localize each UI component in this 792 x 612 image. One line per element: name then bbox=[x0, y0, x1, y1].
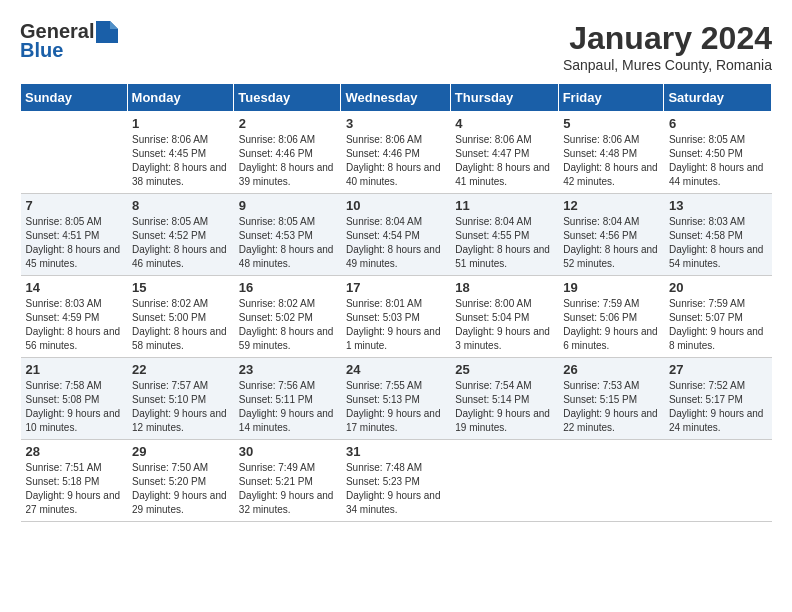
day-detail: Sunrise: 8:01 AMSunset: 5:03 PMDaylight:… bbox=[346, 298, 441, 351]
day-number: 15 bbox=[132, 280, 229, 295]
day-number: 22 bbox=[132, 362, 229, 377]
day-detail: Sunrise: 7:57 AMSunset: 5:10 PMDaylight:… bbox=[132, 380, 227, 433]
calendar-cell: 18 Sunrise: 8:00 AMSunset: 5:04 PMDaylig… bbox=[450, 276, 558, 358]
day-detail: Sunrise: 7:59 AMSunset: 5:07 PMDaylight:… bbox=[669, 298, 764, 351]
calendar-cell: 1 Sunrise: 8:06 AMSunset: 4:45 PMDayligh… bbox=[127, 112, 234, 194]
day-detail: Sunrise: 8:02 AMSunset: 5:02 PMDaylight:… bbox=[239, 298, 334, 351]
calendar-cell: 4 Sunrise: 8:06 AMSunset: 4:47 PMDayligh… bbox=[450, 112, 558, 194]
calendar-cell: 23 Sunrise: 7:56 AMSunset: 5:11 PMDaylig… bbox=[234, 358, 341, 440]
day-detail: Sunrise: 7:51 AMSunset: 5:18 PMDaylight:… bbox=[26, 462, 121, 515]
week-row-2: 7 Sunrise: 8:05 AMSunset: 4:51 PMDayligh… bbox=[21, 194, 772, 276]
day-detail: Sunrise: 8:06 AMSunset: 4:47 PMDaylight:… bbox=[455, 134, 550, 187]
calendar-cell: 3 Sunrise: 8:06 AMSunset: 4:46 PMDayligh… bbox=[341, 112, 450, 194]
calendar-cell: 29 Sunrise: 7:50 AMSunset: 5:20 PMDaylig… bbox=[127, 440, 234, 522]
day-detail: Sunrise: 7:58 AMSunset: 5:08 PMDaylight:… bbox=[26, 380, 121, 433]
week-row-4: 21 Sunrise: 7:58 AMSunset: 5:08 PMDaylig… bbox=[21, 358, 772, 440]
day-number: 18 bbox=[455, 280, 553, 295]
week-row-3: 14 Sunrise: 8:03 AMSunset: 4:59 PMDaylig… bbox=[21, 276, 772, 358]
day-number: 30 bbox=[239, 444, 336, 459]
calendar-cell: 6 Sunrise: 8:05 AMSunset: 4:50 PMDayligh… bbox=[664, 112, 772, 194]
day-number: 26 bbox=[563, 362, 659, 377]
day-number: 4 bbox=[455, 116, 553, 131]
svg-marker-1 bbox=[110, 21, 118, 29]
day-detail: Sunrise: 7:50 AMSunset: 5:20 PMDaylight:… bbox=[132, 462, 227, 515]
day-number: 13 bbox=[669, 198, 767, 213]
calendar-cell: 5 Sunrise: 8:06 AMSunset: 4:48 PMDayligh… bbox=[558, 112, 664, 194]
weekday-header-sunday: Sunday bbox=[21, 84, 128, 112]
day-detail: Sunrise: 8:00 AMSunset: 5:04 PMDaylight:… bbox=[455, 298, 550, 351]
day-detail: Sunrise: 7:48 AMSunset: 5:23 PMDaylight:… bbox=[346, 462, 441, 515]
calendar-cell: 28 Sunrise: 7:51 AMSunset: 5:18 PMDaylig… bbox=[21, 440, 128, 522]
calendar-cell: 26 Sunrise: 7:53 AMSunset: 5:15 PMDaylig… bbox=[558, 358, 664, 440]
calendar-cell: 14 Sunrise: 8:03 AMSunset: 4:59 PMDaylig… bbox=[21, 276, 128, 358]
day-detail: Sunrise: 8:05 AMSunset: 4:50 PMDaylight:… bbox=[669, 134, 764, 187]
day-number: 12 bbox=[563, 198, 659, 213]
day-number: 11 bbox=[455, 198, 553, 213]
calendar-cell bbox=[21, 112, 128, 194]
calendar-cell: 19 Sunrise: 7:59 AMSunset: 5:06 PMDaylig… bbox=[558, 276, 664, 358]
logo: General Blue bbox=[20, 20, 118, 62]
weekday-header-saturday: Saturday bbox=[664, 84, 772, 112]
month-title: January 2024 bbox=[563, 20, 772, 57]
week-row-5: 28 Sunrise: 7:51 AMSunset: 5:18 PMDaylig… bbox=[21, 440, 772, 522]
day-detail: Sunrise: 8:04 AMSunset: 4:56 PMDaylight:… bbox=[563, 216, 658, 269]
day-detail: Sunrise: 7:59 AMSunset: 5:06 PMDaylight:… bbox=[563, 298, 658, 351]
day-number: 24 bbox=[346, 362, 445, 377]
calendar-cell: 8 Sunrise: 8:05 AMSunset: 4:52 PMDayligh… bbox=[127, 194, 234, 276]
calendar-cell: 10 Sunrise: 8:04 AMSunset: 4:54 PMDaylig… bbox=[341, 194, 450, 276]
calendar-cell: 11 Sunrise: 8:04 AMSunset: 4:55 PMDaylig… bbox=[450, 194, 558, 276]
day-number: 7 bbox=[26, 198, 123, 213]
day-number: 9 bbox=[239, 198, 336, 213]
calendar-cell: 22 Sunrise: 7:57 AMSunset: 5:10 PMDaylig… bbox=[127, 358, 234, 440]
day-detail: Sunrise: 8:06 AMSunset: 4:46 PMDaylight:… bbox=[346, 134, 441, 187]
day-detail: Sunrise: 8:05 AMSunset: 4:53 PMDaylight:… bbox=[239, 216, 334, 269]
calendar-cell: 12 Sunrise: 8:04 AMSunset: 4:56 PMDaylig… bbox=[558, 194, 664, 276]
day-number: 20 bbox=[669, 280, 767, 295]
day-detail: Sunrise: 8:03 AMSunset: 4:59 PMDaylight:… bbox=[26, 298, 121, 351]
day-number: 14 bbox=[26, 280, 123, 295]
day-number: 17 bbox=[346, 280, 445, 295]
weekday-header-monday: Monday bbox=[127, 84, 234, 112]
day-number: 2 bbox=[239, 116, 336, 131]
calendar-cell: 21 Sunrise: 7:58 AMSunset: 5:08 PMDaylig… bbox=[21, 358, 128, 440]
calendar-cell: 9 Sunrise: 8:05 AMSunset: 4:53 PMDayligh… bbox=[234, 194, 341, 276]
day-detail: Sunrise: 8:05 AMSunset: 4:51 PMDaylight:… bbox=[26, 216, 121, 269]
calendar-cell: 31 Sunrise: 7:48 AMSunset: 5:23 PMDaylig… bbox=[341, 440, 450, 522]
day-number: 5 bbox=[563, 116, 659, 131]
location: Sanpaul, Mures County, Romania bbox=[563, 57, 772, 73]
weekday-header-friday: Friday bbox=[558, 84, 664, 112]
calendar-cell bbox=[558, 440, 664, 522]
calendar-body: 1 Sunrise: 8:06 AMSunset: 4:45 PMDayligh… bbox=[21, 112, 772, 522]
day-detail: Sunrise: 8:04 AMSunset: 4:54 PMDaylight:… bbox=[346, 216, 441, 269]
calendar-cell: 15 Sunrise: 8:02 AMSunset: 5:00 PMDaylig… bbox=[127, 276, 234, 358]
calendar-cell: 16 Sunrise: 8:02 AMSunset: 5:02 PMDaylig… bbox=[234, 276, 341, 358]
calendar-cell: 24 Sunrise: 7:55 AMSunset: 5:13 PMDaylig… bbox=[341, 358, 450, 440]
weekday-header-thursday: Thursday bbox=[450, 84, 558, 112]
day-detail: Sunrise: 7:56 AMSunset: 5:11 PMDaylight:… bbox=[239, 380, 334, 433]
day-number: 25 bbox=[455, 362, 553, 377]
day-detail: Sunrise: 8:04 AMSunset: 4:55 PMDaylight:… bbox=[455, 216, 550, 269]
logo-icon bbox=[96, 21, 118, 43]
day-detail: Sunrise: 7:54 AMSunset: 5:14 PMDaylight:… bbox=[455, 380, 550, 433]
day-number: 19 bbox=[563, 280, 659, 295]
day-detail: Sunrise: 8:06 AMSunset: 4:46 PMDaylight:… bbox=[239, 134, 334, 187]
day-number: 1 bbox=[132, 116, 229, 131]
calendar-cell: 25 Sunrise: 7:54 AMSunset: 5:14 PMDaylig… bbox=[450, 358, 558, 440]
calendar-cell: 27 Sunrise: 7:52 AMSunset: 5:17 PMDaylig… bbox=[664, 358, 772, 440]
day-detail: Sunrise: 7:53 AMSunset: 5:15 PMDaylight:… bbox=[563, 380, 658, 433]
weekday-header-wednesday: Wednesday bbox=[341, 84, 450, 112]
day-detail: Sunrise: 7:55 AMSunset: 5:13 PMDaylight:… bbox=[346, 380, 441, 433]
day-detail: Sunrise: 7:49 AMSunset: 5:21 PMDaylight:… bbox=[239, 462, 334, 515]
calendar-cell: 2 Sunrise: 8:06 AMSunset: 4:46 PMDayligh… bbox=[234, 112, 341, 194]
day-number: 23 bbox=[239, 362, 336, 377]
calendar-cell: 17 Sunrise: 8:01 AMSunset: 5:03 PMDaylig… bbox=[341, 276, 450, 358]
day-number: 16 bbox=[239, 280, 336, 295]
day-detail: Sunrise: 8:03 AMSunset: 4:58 PMDaylight:… bbox=[669, 216, 764, 269]
calendar-cell: 7 Sunrise: 8:05 AMSunset: 4:51 PMDayligh… bbox=[21, 194, 128, 276]
svg-marker-0 bbox=[96, 21, 118, 43]
day-detail: Sunrise: 8:06 AMSunset: 4:48 PMDaylight:… bbox=[563, 134, 658, 187]
title-section: January 2024 Sanpaul, Mures County, Roma… bbox=[563, 20, 772, 73]
day-number: 6 bbox=[669, 116, 767, 131]
calendar-cell bbox=[664, 440, 772, 522]
day-number: 8 bbox=[132, 198, 229, 213]
